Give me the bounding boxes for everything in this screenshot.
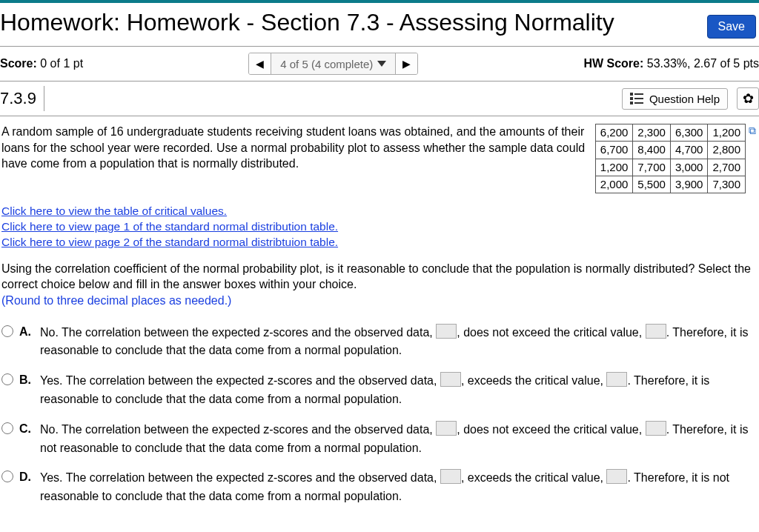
table-row: 2,000 5,500 3,900 7,300 — [595, 176, 745, 193]
choice-d: D. Yes. The correlation between the expe… — [1, 463, 756, 512]
hw-score: HW Score: 53.33%, 2.67 of 5 pts — [583, 57, 759, 70]
hw-score-value: 53.33%, 2.67 of 5 pts — [647, 57, 759, 70]
choice-b: B. Yes. The correlation between the expe… — [1, 366, 756, 415]
table-row: 6,200 2,300 6,300 1,200 — [595, 124, 745, 142]
progress-label: 4 of 5 (4 complete) — [280, 58, 373, 70]
answer-blank[interactable] — [440, 469, 461, 484]
prev-question-button[interactable]: ◀ — [249, 53, 271, 74]
reference-links: Click here to view the table of critical… — [1, 204, 756, 250]
settings-button[interactable]: ✿ — [737, 87, 759, 110]
link-normal-table-p1[interactable]: Click here to view page 1 of the standar… — [1, 219, 756, 235]
question-help-label: Question Help — [649, 93, 720, 105]
choice-letter: A. — [19, 324, 34, 340]
answer-blank[interactable] — [436, 421, 457, 436]
score-left: Score: 0 of 1 pt — [0, 57, 83, 70]
answer-blank[interactable] — [436, 324, 457, 339]
score-label: Score: — [0, 57, 37, 70]
next-question-button[interactable]: ▶ — [395, 53, 417, 74]
question-content: A random sample of 16 undergraduate stud… — [0, 116, 759, 512]
choice-c: C. No. The correlation between the expec… — [1, 415, 756, 464]
answer-choices: A. No. The correlation between the expec… — [1, 318, 756, 512]
radio-a[interactable] — [1, 325, 13, 337]
link-critical-values[interactable]: Click here to view the table of critical… — [1, 204, 756, 219]
question-prompt: A random sample of 16 undergraduate stud… — [1, 124, 586, 193]
score-value: 0 of 1 pt — [40, 57, 83, 70]
choice-body: No. The correlation between the expected… — [40, 421, 756, 458]
choice-letter: C. — [19, 421, 34, 437]
list-icon — [630, 93, 643, 104]
table-row: 1,200 7,700 3,000 2,700 — [595, 159, 745, 176]
save-button[interactable]: Save — [707, 15, 756, 39]
choice-letter: D. — [19, 469, 34, 485]
answer-blank[interactable] — [646, 324, 666, 339]
chevron-down-icon — [377, 61, 386, 67]
table-row: 6,700 8,400 4,700 2,800 — [595, 142, 745, 159]
answer-blank[interactable] — [606, 372, 627, 387]
score-bar: Score: 0 of 1 pt ◀ 4 of 5 (4 complete) ▶… — [0, 47, 759, 82]
question-nav: ◀ 4 of 5 (4 complete) ▶ — [248, 53, 418, 75]
question-number-bar: 7.3.9 Question Help ✿ — [0, 82, 759, 116]
answer-blank[interactable] — [646, 421, 666, 436]
choice-body: No. The correlation between the expected… — [40, 324, 756, 361]
progress-dropdown[interactable]: 4 of 5 (4 complete) — [271, 55, 395, 73]
gear-icon: ✿ — [743, 90, 754, 107]
question-help-button[interactable]: Question Help — [622, 88, 728, 110]
header: Homework: Homework - Section 7.3 - Asses… — [0, 3, 759, 47]
choice-body: Yes. The correlation between the expecte… — [40, 469, 756, 506]
radio-c[interactable] — [1, 422, 13, 434]
radio-b[interactable] — [1, 373, 13, 385]
data-table-wrapper: 6,200 2,300 6,300 1,200 6,700 8,400 4,70… — [595, 124, 756, 193]
data-table: 6,200 2,300 6,300 1,200 6,700 8,400 4,70… — [595, 124, 746, 193]
copy-data-icon[interactable]: ⧉ — [746, 124, 756, 138]
hw-score-label: HW Score: — [583, 57, 643, 70]
question-number: 7.3.9 — [0, 86, 44, 111]
sub-prompt: Using the correlation coefficient of the… — [1, 261, 756, 309]
link-normal-table-p2[interactable]: Click here to view page 2 of the standar… — [1, 235, 756, 250]
radio-d[interactable] — [1, 471, 13, 482]
choice-body: Yes. The correlation between the expecte… — [40, 372, 756, 409]
rounding-hint: (Round to three decimal places as needed… — [1, 294, 231, 307]
choice-letter: B. — [19, 372, 34, 388]
choice-a: A. No. The correlation between the expec… — [1, 318, 756, 367]
answer-blank[interactable] — [606, 469, 627, 484]
answer-blank[interactable] — [440, 372, 461, 387]
page-title: Homework: Homework - Section 7.3 - Asses… — [0, 9, 707, 36]
